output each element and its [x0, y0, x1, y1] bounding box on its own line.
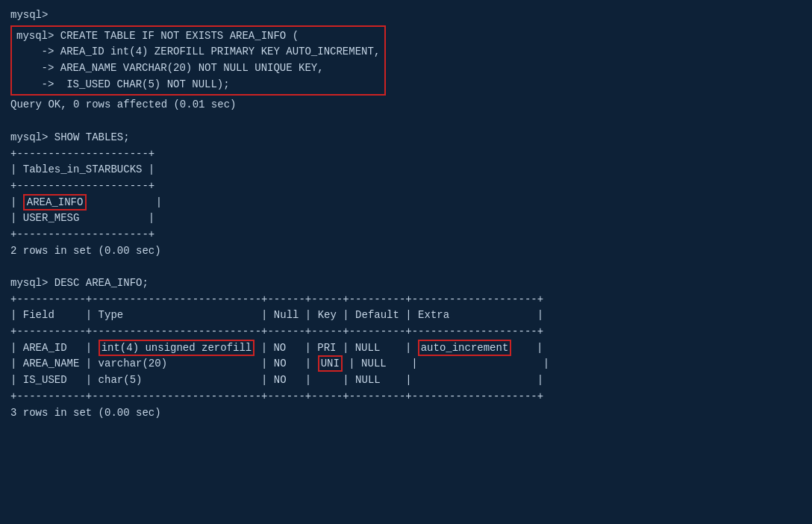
- desc-cmd: mysql> DESC AREA_INFO;: [10, 275, 802, 292]
- desc-row3: | IS_USED | char(5) | NO | | NULL | |: [10, 372, 802, 389]
- initial-prompt: mysql>: [10, 7, 802, 24]
- table-row-area-info: | AREA_INFO |: [10, 195, 802, 211]
- desc-sep1: +-----------+---------------------------…: [10, 292, 802, 308]
- desc-row1: | AREA_ID | int(4) unsigned zerofill | N…: [10, 340, 802, 357]
- create-line3: -> IS_USED CHAR(5) NOT NULL);: [16, 77, 380, 93]
- desc-row2: | AREA_NAME | varchar(20) | NO | UNI | N…: [10, 356, 802, 372]
- desc-header: | Field | Type | Null | Key | Default | …: [10, 308, 802, 324]
- blank1: [10, 113, 802, 130]
- create-cmd-line: mysql> CREATE TABLE IF NOT EXISTS AREA_I…: [16, 28, 380, 45]
- table-sep3: +---------------------+: [10, 227, 802, 243]
- table-row-user-mesg: | USER_MESG |: [10, 210, 802, 227]
- table-col-header: | Tables_in_STARBUCKS |: [10, 162, 802, 178]
- create-table-block: mysql> CREATE TABLE IF NOT EXISTS AREA_I…: [10, 25, 386, 96]
- desc-sep3: +-----------+---------------------------…: [10, 389, 802, 405]
- blank2: [10, 259, 802, 275]
- rows-3-text: 3 rows in set (0.00 sec): [10, 405, 802, 422]
- terminal: mysql> mysql> CREATE TABLE IF NOT EXISTS…: [10, 7, 802, 517]
- table-sep1: +---------------------+: [10, 146, 802, 163]
- area-info-cell: AREA_INFO: [23, 194, 87, 210]
- area-name-key-cell: UNI: [318, 355, 343, 372]
- create-line1: -> AREA_ID int(4) ZEROFILL PRIMARY KEY A…: [16, 44, 380, 60]
- create-line2: -> AREA_NAME VARCHAR(20) NOT NULL UNIQUE…: [16, 60, 380, 77]
- desc-sep2: +-----------+---------------------------…: [10, 324, 802, 340]
- query-ok-line: Query OK, 0 rows affected (0.01 sec): [10, 97, 802, 113]
- prompt-text: mysql>: [10, 9, 48, 21]
- show-tables-cmd: mysql> SHOW TABLES;: [10, 130, 802, 146]
- table-sep2: +---------------------+: [10, 178, 802, 195]
- area-id-type-cell: int(4) unsigned zerofill: [99, 340, 255, 356]
- rows-2-text: 2 rows in set (0.00 sec): [10, 243, 802, 260]
- area-id-extra-cell: auto_increment: [418, 340, 512, 356]
